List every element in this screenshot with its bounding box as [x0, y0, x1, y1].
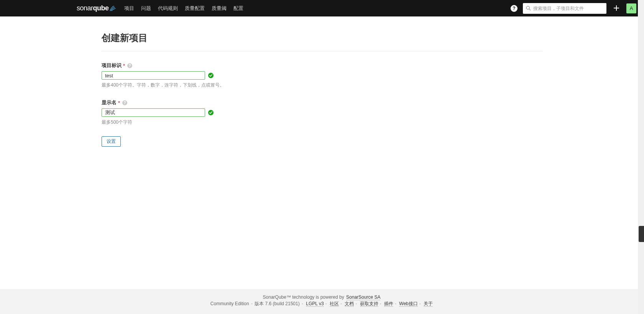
footer-powered-by-text: SonarQube™ technology is powered by: [263, 294, 345, 300]
display-name-label-text: 显示名: [102, 99, 117, 106]
page-title: 创建新项目: [102, 32, 542, 51]
nav-item-quality-gates[interactable]: 质量阈: [212, 5, 227, 12]
display-name-input[interactable]: [102, 108, 205, 117]
brand-logo[interactable]: sonarqube: [77, 4, 117, 12]
footer-sonarsource-link[interactable]: SonarSource SA: [346, 294, 380, 300]
footer-link-license[interactable]: LGPL v3: [306, 301, 324, 307]
footer-link-docs[interactable]: 文档: [345, 301, 354, 307]
search-input[interactable]: [533, 6, 603, 11]
nav-item-admin[interactable]: 配置: [233, 5, 243, 12]
svg-point-0: [526, 6, 529, 9]
nav-item-rules[interactable]: 代码规则: [158, 5, 178, 12]
nav-links: 项目 问题 代码规则 质量配置 质量阈 配置: [124, 5, 243, 12]
brand-text-part1: sonar: [77, 4, 93, 12]
brand-text-part2: qube: [93, 4, 109, 12]
help-icon[interactable]: ?: [511, 5, 518, 12]
footer-edition: Community Edition: [210, 301, 249, 306]
footer-link-webapi[interactable]: Web接口: [399, 301, 417, 307]
setup-button[interactable]: 设置: [102, 136, 121, 147]
check-circle-icon: [208, 110, 214, 115]
search-icon: [526, 6, 531, 11]
side-feedback-tab[interactable]: [639, 226, 644, 242]
footer-link-about[interactable]: 关于: [424, 301, 433, 307]
display-name-help-icon[interactable]: ?: [122, 100, 127, 105]
footer-link-plugins[interactable]: 插件: [384, 301, 393, 307]
footer: SonarQube™ technology is powered by Sona…: [0, 289, 644, 314]
top-navbar: sonarqube 项目 问题 代码规则 质量配置 质量阈 配置 ? A: [0, 0, 644, 16]
svg-line-1: [529, 9, 531, 11]
nav-item-quality-profiles[interactable]: 质量配置: [185, 5, 205, 12]
project-key-label-text: 项目标识: [102, 62, 122, 69]
required-asterisk: *: [123, 63, 125, 69]
nav-right: ? A: [511, 3, 636, 14]
required-asterisk: *: [118, 100, 120, 106]
display-name-hint: 最多500个字符: [102, 119, 542, 126]
check-circle-icon: [208, 73, 214, 78]
project-key-help-icon[interactable]: ?: [127, 63, 132, 68]
footer-sep: -: [302, 301, 303, 306]
project-key-label: 项目标识* ?: [102, 62, 542, 69]
nav-item-issues[interactable]: 问题: [141, 5, 151, 12]
nav-item-projects[interactable]: 项目: [124, 5, 134, 12]
global-search[interactable]: [523, 3, 606, 14]
footer-link-support[interactable]: 获取支持: [360, 301, 378, 307]
project-key-hint: 最多400个字符。字符，数字，连字符，下划线，点或冒号。: [102, 82, 542, 88]
brand-wave-icon: [110, 6, 117, 11]
form-group-project-key: 项目标识* ? 最多400个字符。字符，数字，连字符，下划线，点或冒号。: [102, 62, 542, 88]
project-key-input[interactable]: [102, 71, 205, 80]
form-group-display-name: 显示名* ? 最多500个字符: [102, 99, 542, 126]
footer-sep: -: [251, 301, 253, 306]
page-content: 创建新项目 项目标识* ? 最多400个字符。字符，数字，连字符，下划线，点或冒…: [102, 16, 542, 289]
user-avatar[interactable]: A: [626, 3, 636, 13]
scrollbar-track: [638, 0, 644, 314]
create-button[interactable]: [612, 4, 621, 13]
display-name-label: 显示名* ?: [102, 99, 542, 106]
footer-version: 版本 7.6 (build 21501): [255, 301, 299, 306]
footer-link-community[interactable]: 社区: [330, 301, 339, 307]
plus-icon: [613, 5, 619, 11]
